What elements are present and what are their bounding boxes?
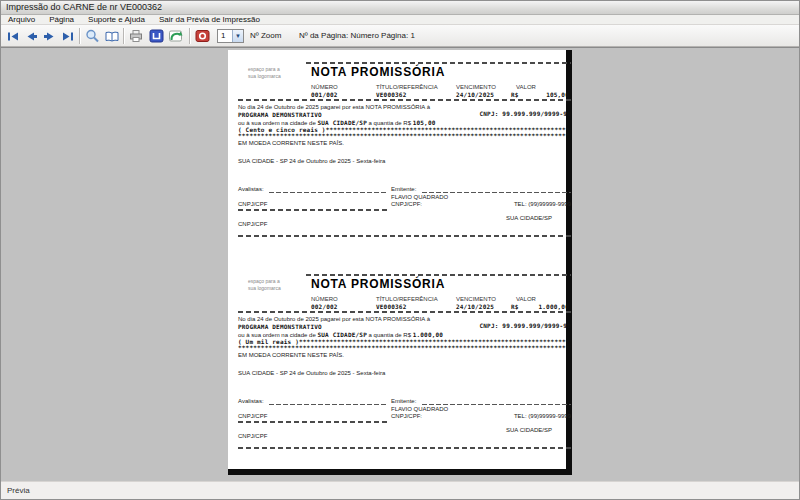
logo-placeholder-line1: espaço para a bbox=[248, 66, 280, 72]
valor-header: VALOR bbox=[516, 296, 536, 302]
print-button[interactable] bbox=[127, 27, 145, 45]
close-preview-button[interactable] bbox=[193, 27, 211, 45]
emitente-city: SUA CIDADE/SP bbox=[506, 215, 552, 221]
emitente-signature-line bbox=[422, 404, 571, 405]
order-city: SUA CIDADE/SP bbox=[317, 331, 367, 338]
promissory-note-2: espaço para a sua logomarca NOTA PROMISS… bbox=[238, 274, 571, 454]
vencimento-value: 24/10/2025 bbox=[456, 303, 494, 310]
avalista2-cnpjcpf-label: CNPJ/CPF bbox=[238, 433, 267, 439]
avalistas-signature-line bbox=[269, 192, 388, 193]
next-page-button[interactable] bbox=[40, 27, 58, 45]
emitente-cnpjcpf-label: CNPJ/CPF: bbox=[391, 413, 422, 419]
avalista-cnpjcpf-label: CNPJ/CPF bbox=[238, 201, 267, 207]
status-text: Prévia bbox=[7, 486, 30, 495]
last-page-icon bbox=[60, 30, 75, 43]
valor-header: VALOR bbox=[516, 84, 536, 90]
currency-symbol: R$ bbox=[511, 91, 519, 98]
order-line: ou à sua ordem na cidade de SUA CIDADE/S… bbox=[238, 119, 436, 126]
referencia-value: VE000362 bbox=[376, 91, 407, 98]
toolbar: 1 ▼ Nº Zoom Nº da Página: Número Página:… bbox=[1, 25, 799, 47]
note-title: NOTA PROMISSÓRIA bbox=[311, 65, 445, 79]
avalistas-label: Avalistas: bbox=[238, 398, 264, 404]
previous-page-icon bbox=[24, 30, 39, 43]
currency-symbol: R$ bbox=[511, 303, 519, 310]
referencia-header: TÍTULO/REFERÊNCIA bbox=[376, 84, 438, 90]
order-value: 105,00 bbox=[413, 119, 436, 126]
menu-bar: Arquivo Página Suporte e Ajuda Sair da P… bbox=[1, 15, 799, 25]
note-bottom-divider bbox=[238, 235, 571, 237]
asterisk-filler-line: ****************************************… bbox=[238, 344, 571, 351]
emitente-phone: TEL: (99)99999-9999 bbox=[514, 413, 571, 419]
vencimento-header: VENCIMENTO bbox=[456, 84, 496, 90]
emitente-name: FLAVIO QUADRADO bbox=[391, 406, 448, 412]
beneficiary-name: PROGRAMA DEMONSTRATIVO bbox=[238, 111, 322, 118]
emitente-label: Emitente: bbox=[391, 186, 416, 192]
order-line: ou à sua ordem na cidade de SUA CIDADE/S… bbox=[238, 331, 443, 338]
city-date-line: SUA CIDADE - SP 24 de Outubro de 2025 - … bbox=[238, 158, 385, 164]
zoom-magnifier-icon bbox=[85, 29, 100, 43]
note-title: NOTA PROMISSÓRIA bbox=[311, 277, 445, 291]
currency-note: EM MOEDA CORRENTE NESTE PAÍS. bbox=[238, 140, 344, 146]
emitente-name: FLAVIO QUADRADO bbox=[391, 194, 448, 200]
city-date-line: SUA CIDADE - SP 24 de Outubro de 2025 - … bbox=[238, 370, 385, 376]
emitente-cnpjcpf-label: CNPJ/CPF: bbox=[391, 201, 422, 207]
beneficiary-name: PROGRAMA DEMONSTRATIVO bbox=[238, 323, 322, 330]
two-pages-button[interactable] bbox=[103, 27, 121, 45]
beneficiary-cnpj: CNPJ: 99.999.999/9999-99 bbox=[480, 322, 572, 329]
print-preview-window: Impressão do CARNE de nr VE000362 Arquiv… bbox=[0, 0, 800, 500]
preview-area[interactable]: espaço para a sua logomarca NOTA PROMISS… bbox=[1, 47, 799, 481]
currency-note: EM MOEDA CORRENTE NESTE PAÍS. bbox=[238, 352, 344, 358]
previous-page-button[interactable] bbox=[22, 27, 40, 45]
divider bbox=[238, 311, 571, 313]
promise-line: No dia 24 de Outubro de 2025 pagarei por… bbox=[238, 104, 430, 110]
emitente-label: Emitente: bbox=[391, 398, 416, 404]
asterisk-filler-line: ****************************************… bbox=[238, 132, 571, 139]
close-preview-icon bbox=[195, 29, 210, 43]
emitente-phone: TEL: (99)99999-9999 bbox=[514, 201, 571, 207]
divider bbox=[238, 99, 571, 101]
promise-line: No dia 24 de Outubro de 2025 pagarei por… bbox=[238, 316, 430, 322]
logo-placeholder-line2: sua logomarca bbox=[248, 73, 281, 79]
export-button[interactable] bbox=[167, 27, 185, 45]
referencia-value: VE000362 bbox=[376, 303, 407, 310]
menu-suporte-ajuda[interactable]: Suporte e Ajuda bbox=[81, 15, 152, 25]
last-page-button[interactable] bbox=[58, 27, 76, 45]
numero-header: NÚMERO bbox=[311, 296, 338, 302]
numero-header: NÚMERO bbox=[311, 84, 338, 90]
promissory-note-1: espaço para a sua logomarca NOTA PROMISS… bbox=[238, 62, 571, 242]
first-page-icon bbox=[6, 30, 21, 43]
valor-value: 105,00 bbox=[546, 91, 569, 98]
printer-icon bbox=[128, 29, 144, 43]
order-city: SUA CIDADE/SP bbox=[317, 119, 367, 126]
zoom-button[interactable] bbox=[83, 27, 101, 45]
beneficiary-cnpj: CNPJ: 99.999.999/9999-99 bbox=[480, 110, 572, 117]
print-setup-button[interactable] bbox=[147, 27, 165, 45]
numero-value: 002/002 bbox=[311, 303, 338, 310]
referencia-header: TÍTULO/REFERÊNCIA bbox=[376, 296, 438, 302]
menu-sair-previa[interactable]: Sair da Prévia de Impressão bbox=[152, 15, 267, 25]
zoom-label: Nº Zoom bbox=[250, 31, 281, 40]
print-setup-icon bbox=[149, 29, 164, 43]
zoom-select-value: 1 bbox=[218, 30, 232, 42]
valor-value: 1.000,00 bbox=[539, 303, 570, 310]
avalista2-signature-line bbox=[238, 209, 388, 211]
next-page-icon bbox=[42, 30, 57, 43]
chevron-down-icon[interactable]: ▼ bbox=[232, 30, 243, 42]
logo-placeholder-line1: espaço para a bbox=[248, 278, 280, 284]
document-page: espaço para a sua logomarca NOTA PROMISS… bbox=[228, 50, 572, 475]
menu-arquivo[interactable]: Arquivo bbox=[1, 15, 42, 25]
status-bar: Prévia bbox=[1, 481, 799, 499]
emitente-signature-line bbox=[422, 192, 571, 193]
avalista-cnpjcpf-label: CNPJ/CPF bbox=[238, 413, 267, 419]
avalista2-cnpjcpf-label: CNPJ/CPF bbox=[238, 221, 267, 227]
menu-pagina[interactable]: Página bbox=[42, 15, 81, 25]
avalista2-signature-line bbox=[238, 421, 388, 423]
page-info-label: Nº da Página: Número Página: 1 bbox=[299, 31, 415, 40]
emitente-city: SUA CIDADE/SP bbox=[506, 427, 552, 433]
logo-placeholder-line2: sua logomarca bbox=[248, 285, 281, 291]
avalistas-label: Avalistas: bbox=[238, 186, 264, 192]
order-value: 1.000,00 bbox=[413, 331, 444, 338]
divider bbox=[306, 274, 571, 276]
first-page-button[interactable] bbox=[4, 27, 22, 45]
zoom-select[interactable]: 1 ▼ bbox=[217, 29, 244, 43]
